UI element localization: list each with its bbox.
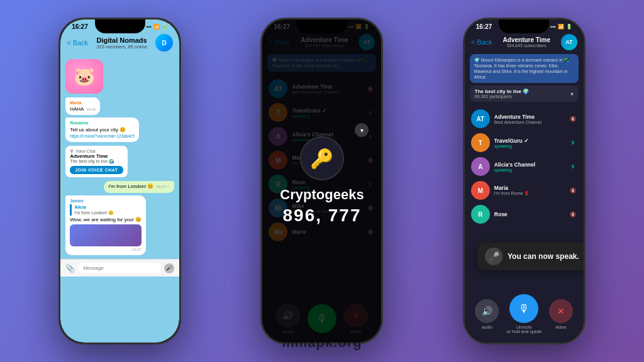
phone-1-screen: 16:27 ▪▪▪ 📶 🔋 < Back Digital Nomads 315 … (60, 19, 179, 343)
participant-status: speaking (494, 144, 564, 148)
chevron-down-icon[interactable]: ▾ (355, 123, 369, 137)
chat-input-bar[interactable]: 📎 🎤 (60, 259, 179, 277)
participant-status: I'm from Rome 🌹 (494, 191, 564, 196)
participant-name: Maria (494, 185, 564, 191)
signal-icon: ▪▪▪ (147, 24, 152, 30)
participant-info: Adventure Time Best Adventure Channel (494, 114, 564, 124)
voice-chat-name: Adventure Time (70, 153, 123, 159)
voice-chat-label-text: Voice Chat (75, 149, 95, 153)
participant-row: A Alicia's Channel speaking 🎙 (465, 155, 584, 178)
participant-avatar: T (471, 133, 490, 152)
participant-name: TravelGuru ✓ (494, 138, 564, 144)
voice-chat-label: 🎙 Voice Chat (70, 149, 123, 153)
time-1: 16:27 (72, 23, 88, 30)
message-maria: Maria HAHA 16:26 (65, 97, 100, 115)
audio-ctrl-wrapper-3: 🔊 audio (475, 299, 499, 329)
back-button-1[interactable]: < Back (67, 39, 88, 47)
reply-quote-text: I'm from London! 😊 (74, 210, 142, 216)
dark-overlay[interactable]: 🔑 Cryptogeeks 896, 777 ▾ (262, 19, 381, 343)
outgoing-wrapper: I'm from London! 😊 16:27 ✓ (65, 181, 174, 192)
attachment-icon[interactable]: 📎 (65, 264, 75, 273)
participant-info: TravelGuru ✓ speaking (494, 138, 564, 148)
participant-avatar: M (471, 181, 490, 200)
mic-button-3[interactable]: 🎙 (509, 294, 538, 323)
image-thumbnail (70, 224, 142, 246)
best-city-title: The best city to live 🌍 (475, 89, 529, 94)
battery-icon: 🔋 (162, 24, 168, 30)
reply-quote: Alicia I'm from London! 😊 (70, 204, 142, 216)
participant-info: Maria I'm from Rome 🌹 (494, 185, 564, 196)
speak-tooltip: 🎤 You can now speak. (477, 243, 586, 270)
voice-chat-sub: The best city to live 🌍 (70, 159, 123, 164)
signal-icon-3: ▪▪▪ (550, 24, 556, 30)
participant-status: speaking (494, 168, 564, 172)
mic-indicator: 🔇 (569, 210, 577, 219)
leave-label-3: leave (556, 325, 567, 329)
participant-info: Alicia's Channel speaking (494, 162, 564, 172)
msg-time-james: 16:27 (132, 248, 142, 253)
vc-subtitle-3: 304,845 subscribers (496, 43, 557, 48)
msg-text-outgoing: I'm from London! 😊 (108, 184, 153, 189)
audio-button-3[interactable]: 🔊 (475, 299, 499, 323)
phone-3-screen: 16:27 ▪▪▪ 📶 🔋 < Back Adventure Time 304,… (465, 19, 584, 343)
vc-avatar-3: AT (561, 34, 577, 50)
participant-name: Alicia's Channel (494, 162, 564, 168)
participant-row: R Rose 🔇 (465, 202, 584, 226)
phone-2: 16:27 ▪▪▪ 📶 🔋 < Back Adventure Time 304,… (260, 18, 383, 344)
speak-tooltip-text: You can now speak. (508, 252, 579, 261)
battery-icon-3: 🔋 (566, 24, 572, 30)
chat-messages-1: 🐷 Maria HAHA 16:26 Roxanne Tell us about… (60, 55, 179, 259)
phone-2-screen: 16:27 ▪▪▪ 📶 🔋 < Back Adventure Time 304,… (262, 19, 381, 343)
voice-input-icon[interactable]: 🎤 (164, 263, 174, 273)
participant-avatar: AT (471, 109, 490, 128)
join-voice-chat-button[interactable]: JOIN VOICE CHAT (70, 166, 123, 174)
vc-top-message-3: 🌍 Mount Kilimanjaro is a dormant volcano… (470, 54, 579, 83)
participant-avatar: R (471, 205, 490, 224)
notch-1 (95, 19, 145, 33)
participant-row: T TravelGuru ✓ speaking 🎙 (465, 131, 584, 155)
mic-indicator: 🔇 (569, 186, 577, 195)
reply-quote-sender: Alicia (74, 204, 142, 210)
msg-text-maria: HAHA (70, 106, 84, 112)
mic-indicator: 🔇 (569, 114, 577, 123)
mic-label-3: Unmute or hold and speak (506, 325, 541, 334)
msg-time-maria: 16:26 (86, 107, 96, 112)
vc-back-button-3[interactable]: < Back (471, 38, 492, 46)
leave-ctrl-wrapper-3: ✕ leave (549, 299, 573, 329)
best-city-count: 66,362 participants (475, 94, 529, 99)
wifi-icon: 📶 (153, 24, 160, 30)
message-input[interactable] (78, 263, 161, 273)
leave-button-3[interactable]: ✕ (549, 299, 573, 323)
chat-title-1: Digital Nomads (92, 36, 152, 44)
participant-avatar: A (471, 157, 490, 176)
time-3: 16:27 (476, 23, 492, 30)
chat-title-section-1: Digital Nomads 315 members, 85 online (92, 36, 152, 50)
sticker-pig: 🐷 (65, 59, 103, 94)
message-outgoing-london: I'm from London! 😊 16:27 ✓ (104, 181, 174, 192)
vc-controls-3: 🔊 audio 🎙 Unmute or hold and speak ✕ lea… (465, 289, 584, 343)
vc-header-3: < Back Adventure Time 304,845 subscriber… (465, 31, 584, 54)
msg-text-james: Wow, we are waiting for you! 😊 (70, 217, 142, 223)
participant-row: AT Adventure Time Best Adventure Channel… (465, 107, 584, 131)
phone-1: 16:27 ▪▪▪ 📶 🔋 < Back Digital Nomads 315 … (58, 18, 181, 344)
participant-info: Rose (494, 211, 564, 217)
vc-title-3: Adventure Time (496, 36, 557, 43)
overlay-name: Cryptogeeks (280, 187, 364, 203)
chevron-icon: ▾ (570, 90, 574, 97)
participant-name: Rose (494, 211, 564, 217)
voice-chat-card: 🎙 Voice Chat Adventure Time The best cit… (65, 146, 127, 177)
msg-sender-maria: Maria (70, 100, 96, 106)
overlay-avatar: 🔑 (300, 136, 344, 180)
participant-status: Best Adventure Channel (494, 120, 564, 124)
chat-avatar-1: D (155, 34, 173, 52)
notch-3 (499, 19, 549, 33)
vc-title-section-3: Adventure Time 304,845 subscribers (496, 36, 557, 48)
page-wrapper: 16:27 ▪▪▪ 📶 🔋 < Back Digital Nomads 315 … (0, 0, 644, 362)
participant-name: Adventure Time (494, 114, 564, 120)
speak-mic-icon: 🎤 (485, 248, 502, 265)
overlay-count: 896, 777 (282, 206, 361, 226)
chat-subtitle-1: 315 members, 85 online (92, 44, 152, 50)
best-city-banner: The best city to live 🌍 66,362 participa… (470, 85, 579, 102)
msg-sender-james: James (70, 198, 142, 204)
mic-indicator: 🎙 (569, 162, 577, 171)
